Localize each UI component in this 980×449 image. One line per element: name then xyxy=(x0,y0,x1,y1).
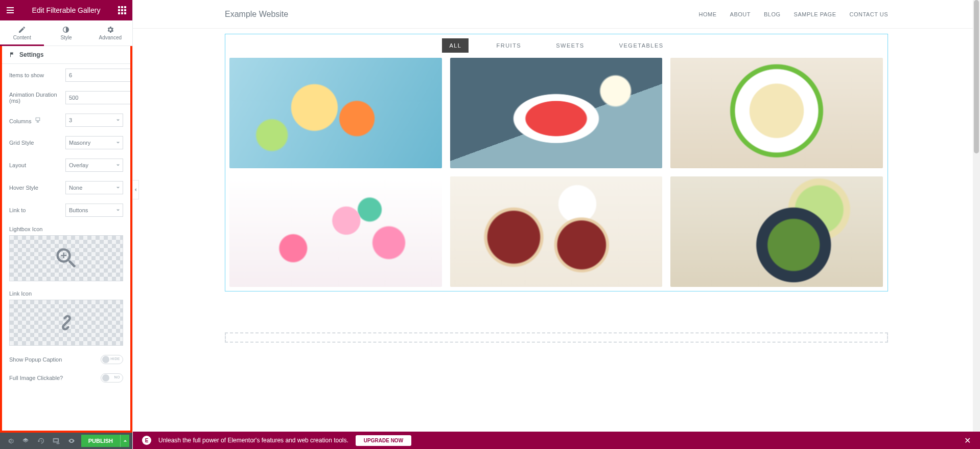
control-grid-style: Grid Style xyxy=(2,131,130,154)
promo-text: Unleash the full power of Elementor's fe… xyxy=(158,437,348,444)
panel-header: Edit Filterable Gallery xyxy=(0,0,132,20)
nav-blog[interactable]: BLOG xyxy=(764,11,781,17)
collapse-panel-handle[interactable] xyxy=(133,180,139,199)
promo-bar: E Unleash the full power of Elementor's … xyxy=(133,432,980,449)
publish-button[interactable]: PUBLISH xyxy=(81,435,120,447)
editor-panel: Edit Filterable Gallery Content Style Ad… xyxy=(0,0,133,449)
select-link-to[interactable] xyxy=(65,204,123,217)
nav-home[interactable]: HOME xyxy=(699,11,717,17)
label-hover-style: Hover Style xyxy=(9,185,65,191)
control-layout: Layout xyxy=(2,154,130,176)
filter-sweets[interactable]: SWEETS xyxy=(549,38,591,53)
gallery-grid xyxy=(229,58,883,287)
control-lightbox-icon: Lightbox Icon xyxy=(2,221,130,286)
select-hover-style[interactable] xyxy=(65,181,123,194)
label-full-image-clickable: Full Image Clickable? xyxy=(9,375,63,381)
filter-vegetables[interactable]: VEGETABLES xyxy=(612,38,671,53)
panel-footer: PUBLISH xyxy=(0,433,132,449)
gallery-item[interactable] xyxy=(229,176,442,287)
image-well-lightbox[interactable] xyxy=(9,235,123,281)
footer-preview-button[interactable] xyxy=(64,435,79,447)
section-settings[interactable]: Settings xyxy=(2,46,130,64)
drop-zone[interactable] xyxy=(225,332,888,343)
nav-contact-us[interactable]: CONTACT US xyxy=(850,11,889,17)
tab-style[interactable]: Style xyxy=(44,20,88,46)
widgets-grid-button[interactable] xyxy=(117,5,127,15)
caret-up-icon xyxy=(123,439,127,443)
panel-title: Edit Filterable Gallery xyxy=(32,6,101,14)
label-link-to: Link to xyxy=(9,207,65,213)
tab-content-label: Content xyxy=(13,35,31,40)
label-grid-style: Grid Style xyxy=(9,140,65,146)
eye-icon xyxy=(68,437,75,444)
publish-more-button[interactable] xyxy=(120,435,129,447)
filter-all[interactable]: ALL xyxy=(442,38,469,53)
select-grid-style[interactable] xyxy=(65,136,123,149)
label-lightbox-icon: Lightbox Icon xyxy=(9,226,123,232)
select-layout[interactable] xyxy=(65,159,123,172)
footer-responsive-button[interactable] xyxy=(49,435,63,447)
image-well-link[interactable] xyxy=(9,300,123,346)
gallery-widget[interactable]: ALL FRUITS SWEETS VEGETABLES xyxy=(225,34,888,291)
gallery-item[interactable] xyxy=(450,58,663,168)
control-show-popup-caption: Show Popup Caption HIDE xyxy=(2,350,130,369)
layers-icon xyxy=(22,437,29,444)
label-link-icon: Link Icon xyxy=(9,290,123,297)
promo-close-button[interactable]: ✕ xyxy=(964,436,971,445)
input-anim-duration[interactable] xyxy=(65,91,132,104)
label-layout: Layout xyxy=(9,162,65,168)
toggle-state-label: NO xyxy=(114,375,121,379)
control-hover-style: Hover Style xyxy=(2,176,130,199)
select-columns[interactable] xyxy=(65,114,123,127)
menu-button[interactable] xyxy=(5,5,15,15)
label-items-to-show: Items to show xyxy=(9,72,65,78)
flag-icon xyxy=(9,52,15,58)
section-settings-label: Settings xyxy=(19,51,43,58)
label-show-popup-caption: Show Popup Caption xyxy=(9,356,62,363)
publish-group: PUBLISH xyxy=(81,435,129,447)
control-link-to: Link to xyxy=(2,199,130,221)
tab-advanced[interactable]: Advanced xyxy=(88,20,132,46)
grid-icon xyxy=(118,6,126,14)
footer-navigator-button[interactable] xyxy=(18,435,33,447)
input-items-to-show[interactable] xyxy=(65,69,132,82)
toggle-full-image-clickable[interactable]: NO xyxy=(101,373,123,383)
hamburger-icon xyxy=(7,7,14,13)
responsive-icon[interactable] xyxy=(35,118,41,124)
chevron-left-icon xyxy=(134,188,138,192)
label-anim-duration: Animation Duration (ms) xyxy=(9,92,65,104)
preview-frame: Example Website HOME ABOUT BLOG SAMPLE P… xyxy=(133,0,980,449)
gallery-item[interactable] xyxy=(670,58,883,168)
footer-settings-button[interactable] xyxy=(3,435,17,447)
style-icon xyxy=(62,26,70,34)
control-link-icon: Link Icon xyxy=(2,286,130,350)
gallery-filters: ALL FRUITS SWEETS VEGETABLES xyxy=(229,38,883,53)
scrollbar-thumb[interactable] xyxy=(974,0,979,153)
pencil-icon xyxy=(18,26,26,34)
panel-tabs: Content Style Advanced xyxy=(0,20,132,46)
toggle-knob xyxy=(102,374,109,381)
link-icon xyxy=(53,309,80,336)
nav-sample-page[interactable]: SAMPLE PAGE xyxy=(794,11,836,17)
site-nav: HOME ABOUT BLOG SAMPLE PAGE CONTACT US xyxy=(699,11,888,17)
control-items-to-show: Items to show xyxy=(2,64,130,86)
history-icon xyxy=(37,437,44,444)
gallery-item[interactable] xyxy=(670,176,883,287)
devices-icon xyxy=(53,437,60,444)
controls-scroll[interactable]: Settings Items to show Animation Duratio… xyxy=(0,46,132,433)
gear-icon xyxy=(106,26,114,34)
toggle-show-popup-caption[interactable]: HIDE xyxy=(101,355,123,364)
filter-fruits[interactable]: FRUITS xyxy=(489,38,528,53)
tab-advanced-label: Advanced xyxy=(99,35,122,40)
control-anim-duration: Animation Duration (ms) xyxy=(2,86,130,109)
footer-history-button[interactable] xyxy=(34,435,48,447)
preview-scrollbar[interactable] xyxy=(973,0,980,432)
gallery-item[interactable] xyxy=(450,176,663,287)
elementor-badge-icon: E xyxy=(142,436,151,445)
tab-content[interactable]: Content xyxy=(0,20,44,46)
toggle-knob xyxy=(102,356,109,363)
gallery-item[interactable] xyxy=(229,58,442,168)
site-header: Example Website HOME ABOUT BLOG SAMPLE P… xyxy=(133,0,980,29)
nav-about[interactable]: ABOUT xyxy=(730,11,751,17)
upgrade-button[interactable]: UPGRADE NOW xyxy=(356,435,411,446)
